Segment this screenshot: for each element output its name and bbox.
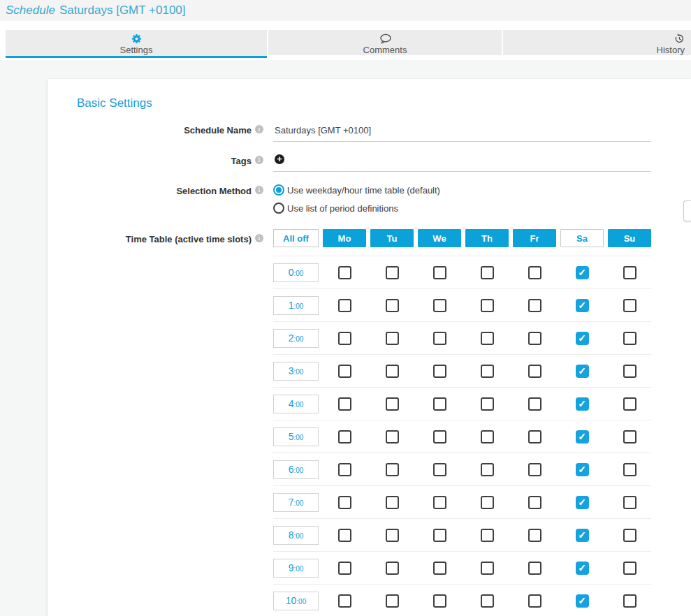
day-toggle-tu[interactable]: Tu [370,229,414,247]
timeslot-checkbox-we-7[interactable] [433,496,446,509]
timeslot-checkbox-we-0[interactable] [433,266,446,279]
timeslot-checkbox-mo-1[interactable] [338,299,351,312]
hour-toggle-6[interactable]: 6:00 [273,460,319,479]
timeslot-checkbox-fr-0[interactable] [528,266,541,279]
timeslot-checkbox-tu-8[interactable] [386,529,399,542]
all-off-button[interactable]: All off [273,229,319,247]
hour-toggle-0[interactable]: 0:00 [273,263,319,282]
timeslot-checkbox-sa-5[interactable] [576,430,589,443]
timeslot-checkbox-mo-3[interactable] [338,365,351,378]
info-icon[interactable] [255,156,263,164]
timeslot-checkbox-su-7[interactable] [623,496,637,509]
timeslot-checkbox-tu-6[interactable] [386,463,399,476]
timeslot-checkbox-fr-6[interactable] [528,463,541,476]
timeslot-checkbox-th-4[interactable] [481,397,494,411]
timeslot-checkbox-su-2[interactable] [623,332,637,345]
timeslot-checkbox-mo-7[interactable] [338,496,351,509]
timeslot-checkbox-we-6[interactable] [433,463,446,476]
selection-method-option[interactable]: Use list of period definitions [273,203,651,214]
timeslot-checkbox-th-10[interactable] [481,594,494,608]
timeslot-checkbox-mo-2[interactable] [338,332,351,345]
timeslot-checkbox-su-4[interactable] [623,397,637,411]
timeslot-checkbox-we-3[interactable] [433,365,446,378]
timeslot-checkbox-we-2[interactable] [433,332,446,345]
radio-unselected-icon[interactable] [273,203,284,214]
timeslot-checkbox-mo-9[interactable] [338,562,351,575]
hour-toggle-5[interactable]: 5:00 [273,427,319,446]
timeslot-checkbox-sa-7[interactable] [576,496,589,509]
schedule-name-input[interactable] [273,124,651,142]
timeslot-checkbox-th-5[interactable] [481,430,494,443]
hour-toggle-3[interactable]: 3:00 [273,362,319,381]
day-toggle-mo[interactable]: Mo [323,229,366,247]
timeslot-checkbox-th-1[interactable] [481,299,494,312]
timeslot-checkbox-su-3[interactable] [623,365,637,378]
timeslot-checkbox-fr-1[interactable] [528,299,541,312]
timeslot-checkbox-fr-7[interactable] [528,496,541,509]
timeslot-checkbox-fr-5[interactable] [528,430,541,443]
timeslot-checkbox-th-0[interactable] [481,266,494,279]
timeslot-checkbox-sa-10[interactable] [576,594,589,608]
timeslot-checkbox-tu-7[interactable] [386,496,399,509]
timeslot-checkbox-su-5[interactable] [623,430,637,443]
timeslot-checkbox-sa-8[interactable] [576,529,589,542]
timeslot-checkbox-th-3[interactable] [481,365,494,378]
timeslot-checkbox-mo-10[interactable] [338,594,351,608]
hour-toggle-8[interactable]: 8:00 [273,526,319,545]
timeslot-checkbox-su-0[interactable] [623,266,637,279]
day-toggle-sa[interactable]: Sa [560,229,604,247]
timeslot-checkbox-we-5[interactable] [433,430,446,443]
hour-toggle-1[interactable]: 1:00 [273,296,319,315]
timeslot-checkbox-we-1[interactable] [433,299,446,312]
timeslot-checkbox-su-6[interactable] [623,463,637,476]
timeslot-checkbox-fr-8[interactable] [528,529,541,542]
timeslot-checkbox-fr-3[interactable] [528,365,541,378]
timeslot-checkbox-su-9[interactable] [623,562,637,575]
timeslot-checkbox-mo-6[interactable] [338,463,351,476]
add-tag-button[interactable] [275,154,284,164]
timeslot-checkbox-th-7[interactable] [481,496,494,509]
timeslot-checkbox-mo-4[interactable] [338,397,351,411]
timeslot-checkbox-sa-0[interactable] [576,266,589,279]
timeslot-checkbox-sa-6[interactable] [576,463,589,476]
timeslot-checkbox-tu-9[interactable] [386,562,399,575]
timeslot-checkbox-th-8[interactable] [481,529,494,542]
selection-method-option[interactable]: Use weekday/hour time table (default) [273,184,651,196]
hour-toggle-2[interactable]: 2:00 [273,329,319,348]
timeslot-checkbox-sa-1[interactable] [576,299,589,312]
tab-history[interactable]: History [503,30,691,55]
timeslot-checkbox-tu-5[interactable] [386,430,399,443]
timeslot-checkbox-we-8[interactable] [433,529,446,542]
tab-settings[interactable]: Settings [6,30,267,58]
info-icon[interactable] [255,186,263,194]
hour-toggle-7[interactable]: 7:00 [273,493,319,512]
timeslot-checkbox-mo-0[interactable] [338,266,351,279]
timeslot-checkbox-tu-3[interactable] [386,365,399,378]
timeslot-checkbox-sa-2[interactable] [576,332,589,345]
timeslot-checkbox-th-6[interactable] [481,463,494,476]
day-toggle-we[interactable]: We [418,229,461,247]
timeslot-checkbox-tu-0[interactable] [386,266,399,279]
timeslot-checkbox-mo-5[interactable] [338,430,351,443]
radio-selected-icon[interactable] [273,184,284,196]
info-icon[interactable] [255,125,263,133]
timeslot-checkbox-we-4[interactable] [433,397,446,411]
timeslot-checkbox-fr-4[interactable] [528,397,541,411]
info-icon[interactable] [255,234,263,242]
timeslot-checkbox-fr-10[interactable] [528,594,541,608]
timeslot-checkbox-we-10[interactable] [433,594,446,608]
timeslot-checkbox-we-9[interactable] [433,562,446,575]
timeslot-checkbox-sa-3[interactable] [576,365,589,378]
timeslot-checkbox-th-2[interactable] [481,332,494,345]
timeslot-checkbox-tu-1[interactable] [386,299,399,312]
timeslot-checkbox-sa-9[interactable] [576,562,589,575]
timeslot-checkbox-th-9[interactable] [481,562,494,575]
timeslot-checkbox-su-10[interactable] [623,594,637,608]
timeslot-checkbox-mo-8[interactable] [338,529,351,542]
timeslot-checkbox-tu-2[interactable] [386,332,399,345]
timeslot-checkbox-fr-2[interactable] [528,332,541,345]
timeslot-checkbox-su-1[interactable] [623,299,637,312]
day-toggle-th[interactable]: Th [465,229,509,247]
day-toggle-su[interactable]: Su [608,229,651,247]
tab-comments[interactable]: Comments [268,30,502,55]
